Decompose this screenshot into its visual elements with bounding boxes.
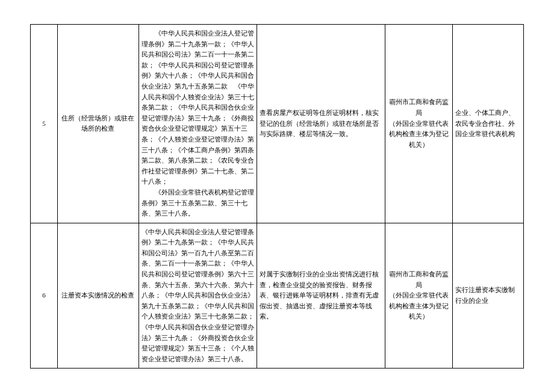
inspection-object: 企业、个体工商户、农民专业合作社、外国企业常驻代表机构 [453,25,524,223]
legal-basis: 《中华人民共和国企业法人登记管理条例》第二十九条第一款；《中华人民共和国公司法》… [138,25,257,223]
inspection-object: 实行注册资本实缴制行业的企业 [453,223,524,369]
table-row: 5 住所（经营场所）或驻在场所的检查 《中华人民共和国企业法人登记管理条例》第二… [31,25,524,223]
inspection-content: 对属于实缴制行业的企业出资情况进行核查，检查企业提交的验资报告、财务报表、银行进… [257,223,385,369]
row-number: 6 [31,223,58,369]
table-row: 6 注册资本实缴情况的检查 《中华人民共和国企业法人登记管理条例》第二十九条第一… [31,223,524,369]
department: 霸州市工商和食药监局（外国企业常驻代表机构检查主体为登记机关） [385,25,452,223]
department: 霸州市工商和食药监局（外国企业常驻代表机构检查主体为登记机关） [385,223,452,369]
inspection-table: 5 住所（经营场所）或驻在场所的检查 《中华人民共和国企业法人登记管理条例》第二… [30,24,524,369]
row-number: 5 [31,25,58,223]
inspection-content: 查看房屋产权证明等住所证明材料，核实登记的住所（经营场所）或驻在场所是否与实际路… [257,25,385,223]
inspection-item: 注册资本实缴情况的检查 [57,223,138,369]
inspection-item: 住所（经营场所）或驻在场所的检查 [57,25,138,223]
legal-basis: 《中华人民共和国企业法人登记管理条例》第二十九条第一款；《中华人民共和国公司法》… [138,223,257,369]
